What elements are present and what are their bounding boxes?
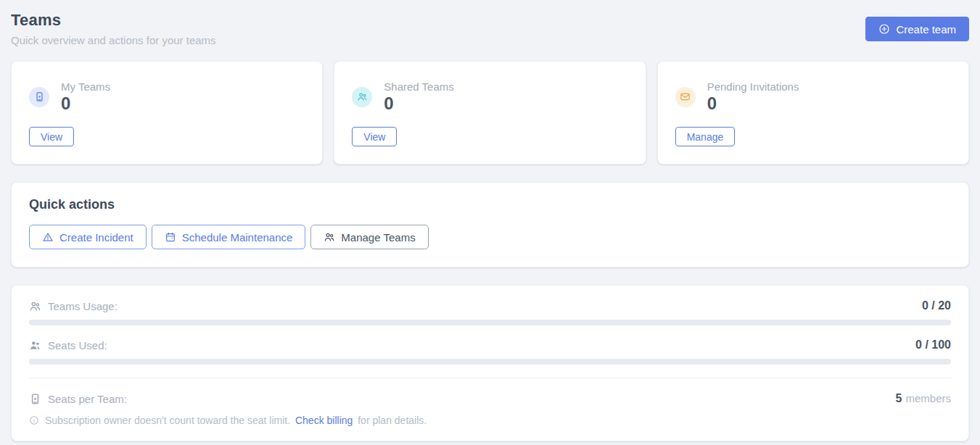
manage-invitations-button[interactable]: Manage xyxy=(675,127,736,146)
mail-icon xyxy=(675,87,696,107)
quick-actions-panel: Quick actions Create Incident Schedule M… xyxy=(11,182,969,267)
usage-note: Subscription owner doesn't count toward … xyxy=(29,415,951,426)
usage-divider xyxy=(29,378,951,378)
stat-value: 0 xyxy=(61,94,110,113)
teams-usage-label-group: Teams Usage: xyxy=(29,300,118,312)
manage-teams-button[interactable]: Manage Teams xyxy=(310,225,428,249)
stat-value: 0 xyxy=(384,94,453,113)
stat-card-text: Pending Invitations 0 xyxy=(707,80,799,113)
seats-per-team-row: Seats per Team: 5members xyxy=(29,392,951,405)
seats-per-team-label-group: Seats per Team: xyxy=(29,393,127,405)
stat-label: Pending Invitations xyxy=(707,80,799,93)
stat-label: Shared Teams xyxy=(384,80,453,93)
team-filled-icon xyxy=(29,339,41,352)
id-badge-icon xyxy=(29,393,41,405)
page-subtitle: Quick overview and actions for your team… xyxy=(11,34,216,46)
schedule-maintenance-label: Schedule Maintenance xyxy=(182,231,293,244)
seats-used-label: Seats Used: xyxy=(48,339,107,352)
stat-card-top: Pending Invitations 0 xyxy=(675,80,951,113)
seats-per-team-number: 5 xyxy=(896,392,902,404)
create-team-button[interactable]: Create team xyxy=(865,17,969,41)
usage-panel: Teams Usage: 0 / 20 Seats Used: 0 / 100 xyxy=(11,285,969,441)
info-icon xyxy=(29,415,39,425)
manage-teams-label: Manage Teams xyxy=(341,231,415,244)
seats-per-team-unit: members xyxy=(905,392,951,404)
stat-card-top: Shared Teams 0 xyxy=(352,80,627,113)
seats-used-value: 0 / 100 xyxy=(915,338,951,352)
plus-circle-icon xyxy=(878,23,890,35)
stat-label: My Teams xyxy=(61,80,110,93)
team-outline-icon xyxy=(29,300,41,312)
seats-per-team-value: 5members xyxy=(896,392,951,405)
seats-used-row: Seats Used: 0 / 100 xyxy=(29,338,951,352)
check-billing-link[interactable]: Check billing xyxy=(295,415,353,426)
teams-usage-progress xyxy=(29,320,951,325)
id-badge-icon xyxy=(29,87,49,107)
page-title: Teams xyxy=(11,11,216,30)
stat-card-shared-teams: Shared Teams 0 View xyxy=(334,61,646,165)
warning-icon xyxy=(42,231,54,243)
teams-usage-row: Teams Usage: 0 / 20 xyxy=(29,299,951,312)
teams-usage-value: 0 / 20 xyxy=(922,299,951,312)
schedule-maintenance-button[interactable]: Schedule Maintenance xyxy=(152,225,306,249)
stat-card-pending-invitations: Pending Invitations 0 Manage xyxy=(657,61,969,165)
stat-value: 0 xyxy=(707,94,799,113)
note-text-before: Subscription owner doesn't count toward … xyxy=(45,415,290,426)
page-header: Teams Quick overview and actions for you… xyxy=(11,11,969,46)
team-icon xyxy=(352,87,372,107)
create-team-label: Create team xyxy=(896,23,956,36)
stat-card-text: Shared Teams 0 xyxy=(384,80,453,113)
stat-card-text: My Teams 0 xyxy=(61,80,110,113)
view-shared-teams-button[interactable]: View xyxy=(352,127,397,146)
seats-used-label-group: Seats Used: xyxy=(29,339,107,352)
view-my-teams-button[interactable]: View xyxy=(29,127,74,146)
stat-card-my-teams: My Teams 0 View xyxy=(11,61,323,165)
create-incident-label: Create Incident xyxy=(59,231,133,244)
note-text: Subscription owner doesn't count toward … xyxy=(45,415,427,426)
quick-actions-buttons: Create Incident Schedule Maintenance Man… xyxy=(29,225,951,249)
stats-row: My Teams 0 View Shared Teams 0 View xyxy=(11,61,969,165)
create-incident-button[interactable]: Create Incident xyxy=(29,225,147,249)
quick-actions-title: Quick actions xyxy=(29,197,951,212)
teams-page: Teams Quick overview and actions for you… xyxy=(0,0,980,441)
calendar-icon xyxy=(165,231,176,243)
teams-usage-label: Teams Usage: xyxy=(48,300,118,312)
seats-per-team-label: Seats per Team: xyxy=(48,393,127,405)
page-header-text: Teams Quick overview and actions for you… xyxy=(11,11,216,46)
stat-card-top: My Teams 0 xyxy=(29,80,305,113)
note-text-after: for plan details. xyxy=(358,415,427,426)
seats-used-progress xyxy=(29,359,951,365)
team-icon xyxy=(324,231,335,243)
